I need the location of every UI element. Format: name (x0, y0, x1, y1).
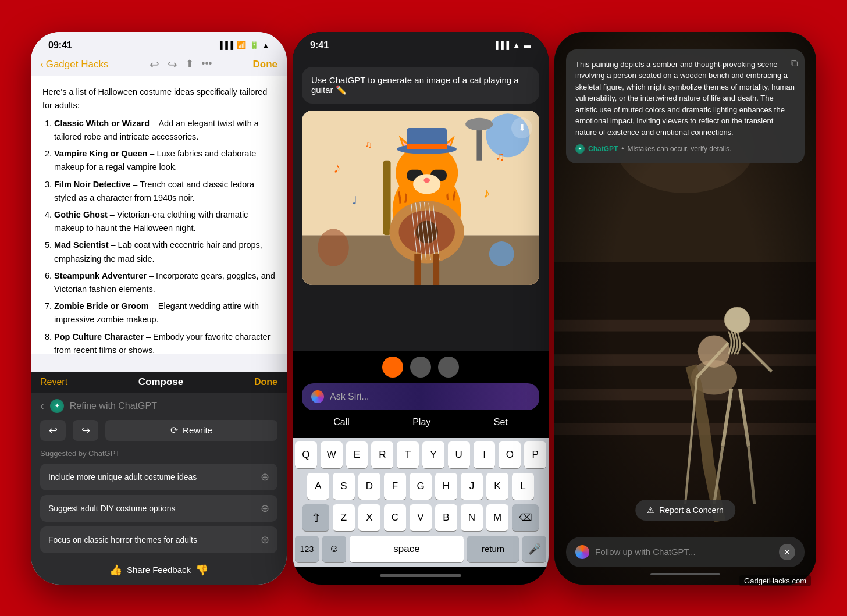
key-h[interactable]: H (435, 473, 457, 500)
siri-icon-3 (438, 357, 459, 378)
redo-nav-icon[interactable]: ↪ (168, 58, 177, 72)
key-g[interactable]: G (410, 473, 432, 500)
copy-icon[interactable]: ⧉ (791, 56, 798, 70)
delete-key[interactable]: ⌫ (512, 504, 539, 531)
siri-play-btn[interactable]: Play (412, 417, 430, 428)
key-c[interactable]: C (384, 504, 406, 531)
undo-button[interactable]: ↩ (40, 420, 66, 441)
download-button[interactable]: ⬇ (511, 117, 532, 138)
close-icon: ✕ (784, 547, 791, 557)
feedback-row: 👍 Share Feedback 👎 (40, 558, 277, 579)
list-item: Film Noir Detective – Trench coat and cl… (54, 178, 275, 205)
refine-label: Refine with ChatGPT (70, 401, 157, 411)
suggestion-3-add-icon[interactable]: ⊕ (261, 533, 269, 546)
siri-call-btn[interactable]: Call (333, 417, 350, 428)
siri-logo (311, 390, 324, 403)
key-s[interactable]: S (333, 473, 355, 500)
close-button[interactable]: ✕ (779, 544, 795, 560)
mic-key[interactable]: 🎤 (522, 536, 546, 562)
follow-up-bar: Follow up with ChatGPT... ✕ (566, 537, 805, 567)
space-key[interactable]: space (350, 536, 464, 562)
rewrite-button[interactable]: ⟳ Rewrite (105, 420, 277, 441)
siri-placeholder: Ask Siri... (330, 391, 369, 402)
compose-panel: ‹ ✦ Refine with ChatGPT ↩ ↪ ⟳ Rewrite (31, 393, 287, 585)
thumbs-up-icon[interactable]: 👍 (109, 564, 122, 576)
back-chevron-icon: ‹ (40, 59, 44, 70)
svg-text:♩: ♩ (352, 194, 357, 206)
outer-frame: 09:41 ▐▐▐ 📶 🔋 ▲ ‹ Gadget Hacks (22, 23, 825, 593)
key-t[interactable]: T (397, 441, 419, 468)
key-i[interactable]: I (474, 441, 496, 468)
chatgpt-small-icon: ✦ (575, 144, 585, 154)
wifi-icon-2: ▲ (513, 41, 520, 49)
svg-point-40 (489, 241, 514, 266)
key-p[interactable]: P (524, 441, 546, 468)
home-bar-3 (650, 573, 720, 575)
more-nav-icon[interactable]: ••• (202, 58, 212, 72)
siri-set-btn[interactable]: Set (494, 417, 508, 428)
key-a[interactable]: A (307, 473, 329, 500)
key-f[interactable]: F (384, 473, 406, 500)
undo-redo-rewrite-row: ↩ ↪ ⟳ Rewrite (40, 420, 277, 441)
home-indicator-2 (293, 567, 549, 585)
compose-done-button[interactable]: Done (254, 377, 277, 387)
key-v[interactable]: V (410, 504, 432, 531)
svg-text:♫: ♫ (365, 138, 372, 150)
status-icons-2: ▐▐▐ ▲ ▬ (493, 41, 531, 49)
siri-icons-row (302, 357, 539, 378)
gadgethacks-watermark: GadgetHacks.com (739, 575, 811, 586)
nav-back-1[interactable]: ‹ Gadget Hacks (40, 59, 108, 70)
follow-up-input[interactable]: Follow up with ChatGPT... (595, 547, 773, 557)
key-u[interactable]: U (448, 441, 470, 468)
compose-bar: Revert Compose Done (31, 372, 287, 393)
key-m[interactable]: M (486, 504, 508, 531)
signal-icon-2: ▐▐▐ (493, 41, 509, 49)
key-o[interactable]: O (499, 441, 521, 468)
emoji-key[interactable]: ☺ (322, 536, 346, 562)
undo-nav-icon[interactable]: ↩ (150, 58, 159, 72)
siri-input[interactable]: Ask Siri... (302, 383, 539, 410)
key-z[interactable]: Z (333, 504, 355, 531)
key-b[interactable]: B (435, 504, 457, 531)
suggestion-1-add-icon[interactable]: ⊕ (261, 471, 269, 483)
key-d[interactable]: D (358, 473, 380, 500)
keyboard-row-3: ⇧ Z X C V B N M ⌫ (293, 501, 549, 532)
share-feedback-label[interactable]: Share Feedback (127, 565, 191, 575)
key-l[interactable]: L (512, 473, 534, 500)
phone1: 09:41 ▐▐▐ 📶 🔋 ▲ ‹ Gadget Hacks (31, 32, 287, 585)
suggestion-2-add-icon[interactable]: ⊕ (261, 502, 269, 515)
key-e[interactable]: E (346, 441, 368, 468)
revert-button[interactable]: Revert (40, 377, 67, 387)
key-r[interactable]: R (371, 441, 393, 468)
phones-container: 09:41 ▐▐▐ 📶 🔋 ▲ ‹ Gadget Hacks (28, 29, 819, 587)
phone2: 9:41 ▐▐▐ ▲ ▬ Use ChatGPT to generate an … (293, 32, 549, 585)
svg-text:♪: ♪ (333, 159, 341, 176)
report-label: Report a Concern (659, 505, 724, 515)
report-concern-button[interactable]: ⚠ Report a Concern (635, 500, 735, 521)
shift-key[interactable]: ⇧ (302, 504, 329, 531)
redo-button[interactable]: ↪ (73, 420, 98, 441)
suggested-label: Suggested by ChatGPT (40, 449, 277, 458)
key-q[interactable]: Q (295, 441, 317, 468)
share-nav-icon[interactable]: ⬆ (186, 58, 194, 72)
numbers-key[interactable]: 123 (295, 536, 319, 562)
svg-point-20 (424, 177, 430, 183)
chat-area: Use ChatGPT to generate an image of a ca… (293, 55, 549, 351)
nav-done-1[interactable]: Done (252, 59, 277, 70)
key-k[interactable]: K (486, 473, 508, 500)
key-n[interactable]: N (461, 504, 483, 531)
return-key[interactable]: return (467, 536, 519, 562)
suggestion-3[interactable]: Focus on classic horror themes for adult… (40, 526, 277, 553)
suggestion-1[interactable]: Include more unique adult costume ideas … (40, 464, 277, 490)
svg-rect-37 (414, 254, 421, 285)
painting-bg: ⧉ This painting depicts a somber and tho… (554, 32, 816, 585)
svg-rect-38 (433, 254, 439, 285)
key-w[interactable]: W (321, 441, 343, 468)
nav-back-label[interactable]: Gadget Hacks (46, 59, 109, 70)
suggestion-2[interactable]: Suggest adult DIY costume options ⊕ (40, 495, 277, 522)
key-x[interactable]: X (358, 504, 380, 531)
key-y[interactable]: Y (422, 441, 444, 468)
thumbs-down-icon[interactable]: 👎 (195, 564, 208, 576)
refine-back-icon[interactable]: ‹ (40, 399, 44, 412)
key-j[interactable]: J (461, 473, 483, 500)
